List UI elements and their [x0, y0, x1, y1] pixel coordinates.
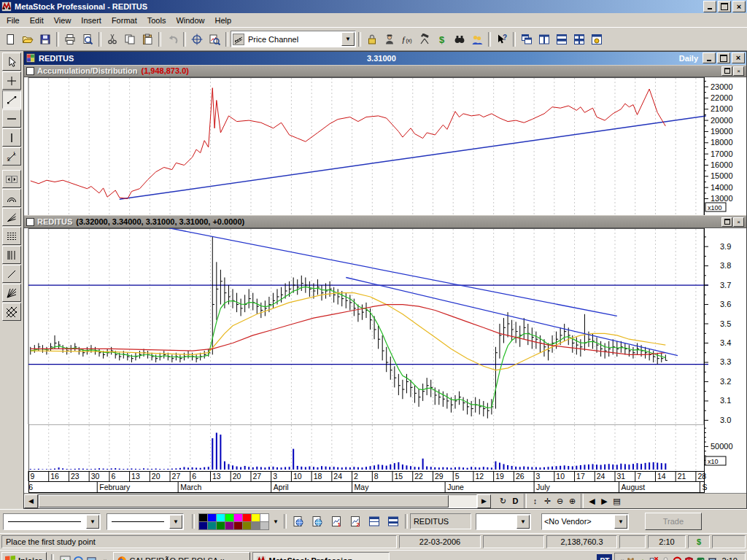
ad-collapse-box[interactable]	[26, 67, 34, 75]
menu-edit[interactable]: Edit	[25, 15, 49, 26]
quick-launch-overflow-chevron[interactable]: »	[100, 556, 110, 560]
menu-view[interactable]: View	[49, 15, 77, 26]
line-weight-select[interactable]: ▼	[107, 513, 184, 530]
split-window-button[interactable]	[365, 513, 384, 530]
line-style-select[interactable]: ▼	[3, 513, 101, 530]
task-button-browser[interactable]: CALDEIRÃO DE BOLSA ::...	[113, 552, 250, 560]
chart-page-1-button[interactable]: 1	[327, 513, 346, 530]
ad-chart[interactable]: 1300014000150001600017000180001900020000…	[24, 77, 746, 215]
price-collapse-box[interactable]	[26, 218, 34, 226]
antivirus-tray-icon[interactable]	[696, 556, 706, 560]
chart-page-2-button[interactable]: 2	[346, 513, 365, 530]
globe-document-button[interactable]	[289, 513, 308, 530]
crosshair-tool-button[interactable]	[2, 71, 21, 90]
paste-button[interactable]	[139, 31, 156, 47]
new-button[interactable]	[1, 31, 19, 47]
gann-grid-button[interactable]	[2, 303, 21, 321]
chart-minimize-button[interactable]	[703, 52, 716, 63]
page-list-icon[interactable]: ▤	[611, 495, 623, 508]
pointer-button[interactable]	[2, 52, 21, 71]
symbol-box[interactable]: REDITUS	[410, 513, 471, 529]
price-close-button[interactable]: ×	[733, 217, 744, 227]
price-maximize-button[interactable]	[721, 217, 732, 227]
expert-advisor-button[interactable]	[381, 31, 398, 47]
menu-insert[interactable]: Insert	[76, 15, 107, 26]
undo-button[interactable]	[163, 31, 181, 47]
refresh-icon[interactable]: ↻	[497, 495, 509, 508]
copy-button[interactable]	[121, 31, 139, 47]
task-button-metastock[interactable]: MetaStock Profession...	[252, 552, 390, 560]
menu-tools[interactable]: Tools	[142, 15, 171, 26]
internet-explorer-quicklaunch-icon[interactable]	[71, 554, 85, 560]
close-button[interactable]: ×	[732, 1, 746, 12]
zoom-out-icon[interactable]: ⊖	[554, 495, 566, 508]
menu-help[interactable]: Help	[210, 15, 237, 26]
layout-dropdown-icon[interactable]: ▼	[516, 515, 530, 529]
4nt-quicklaunch-icon[interactable]: 4NT	[58, 554, 71, 560]
wireless-tray-icon[interactable]	[638, 556, 648, 560]
workspace-button[interactable]	[588, 31, 605, 47]
fib-arcs-button[interactable]	[2, 189, 21, 207]
tray-chevron[interactable]: «	[619, 556, 624, 560]
layout-select[interactable]: ▼	[476, 513, 531, 530]
opera-tray-icon[interactable]	[673, 556, 683, 560]
minimize-button[interactable]	[703, 1, 716, 12]
crosshair-button[interactable]	[188, 31, 206, 47]
start-button[interactable]: Iniciar	[1, 552, 47, 560]
palette-scroll-button[interactable]	[2, 170, 21, 188]
line-style-dropdown-icon[interactable]: ▼	[86, 515, 99, 529]
system-tester-button[interactable]: $	[433, 31, 451, 47]
network-error-tray-icon[interactable]	[649, 556, 659, 560]
menu-file[interactable]: File	[1, 15, 25, 26]
vendor-select[interactable]: <No Vendor>▼	[541, 513, 629, 530]
menu-format[interactable]: Format	[107, 15, 142, 26]
indicator-builder-button[interactable]: f(x)	[398, 31, 416, 47]
color-dropdown-icon[interactable]: ▼	[270, 518, 282, 525]
vendor-dropdown-icon[interactable]: ▼	[614, 515, 627, 529]
display-tray-icon[interactable]	[708, 556, 718, 560]
tile-horizontal-button[interactable]	[553, 31, 570, 47]
gann-fan-button[interactable]	[2, 284, 21, 302]
security-shield-tray-icon[interactable]	[684, 556, 694, 560]
tile-vertical-button[interactable]	[535, 31, 553, 47]
fib-timezones-button[interactable]	[2, 246, 21, 264]
chart-close-button[interactable]: ×	[732, 52, 745, 63]
chart-maximize-button[interactable]	[717, 52, 730, 63]
language-indicator[interactable]: PT	[597, 554, 612, 560]
windows-desktop-quicklaunch-icon[interactable]	[85, 554, 98, 560]
experts-button[interactable]	[468, 31, 486, 47]
ad-maximize-button[interactable]	[721, 66, 732, 76]
split-window-2-button[interactable]	[384, 513, 403, 530]
trade-button[interactable]: Trade	[645, 513, 702, 530]
indicator-quicklist-dropdown-icon[interactable]: ▼	[341, 32, 355, 46]
vline-tool-button[interactable]	[2, 128, 21, 147]
cut-button[interactable]	[104, 31, 121, 47]
ad-close-button[interactable]: ×	[733, 66, 744, 76]
emule-tray-icon[interactable]	[626, 556, 636, 560]
fib-fan-button[interactable]	[2, 208, 21, 226]
maximize-button[interactable]	[718, 1, 731, 12]
open-button[interactable]	[19, 31, 36, 47]
indicator-quicklist-select[interactable]: Price Channel▼	[231, 31, 356, 47]
search-button[interactable]	[451, 31, 468, 47]
explorer-button[interactable]	[416, 31, 433, 47]
line-weight-dropdown-icon[interactable]: ▼	[169, 515, 182, 529]
print-preview-button[interactable]	[79, 31, 96, 47]
menu-window[interactable]: Window	[171, 15, 209, 26]
scrollbar-track[interactable]	[38, 494, 477, 508]
zoom-in-icon[interactable]: ⊕	[566, 495, 578, 508]
periodicity-daily-button[interactable]: D	[509, 495, 522, 508]
color-swatch-15[interactable]	[260, 521, 269, 530]
trendline-tool-button[interactable]	[2, 90, 21, 109]
zoom-chart-button[interactable]	[206, 31, 223, 47]
expand-vertical-icon[interactable]: ↕	[529, 495, 541, 508]
messenger-tray-icon[interactable]	[661, 556, 671, 560]
hline-tool-button[interactable]	[2, 109, 21, 128]
print-button[interactable]	[61, 31, 79, 47]
page-next-icon[interactable]: ▶	[598, 495, 611, 508]
save-button[interactable]	[36, 31, 54, 47]
scroll-left-button[interactable]: ◀	[24, 494, 38, 508]
move-icon[interactable]: ✛	[541, 495, 554, 508]
gann-line-button[interactable]	[2, 265, 21, 283]
page-previous-icon[interactable]: ◀	[586, 495, 598, 508]
